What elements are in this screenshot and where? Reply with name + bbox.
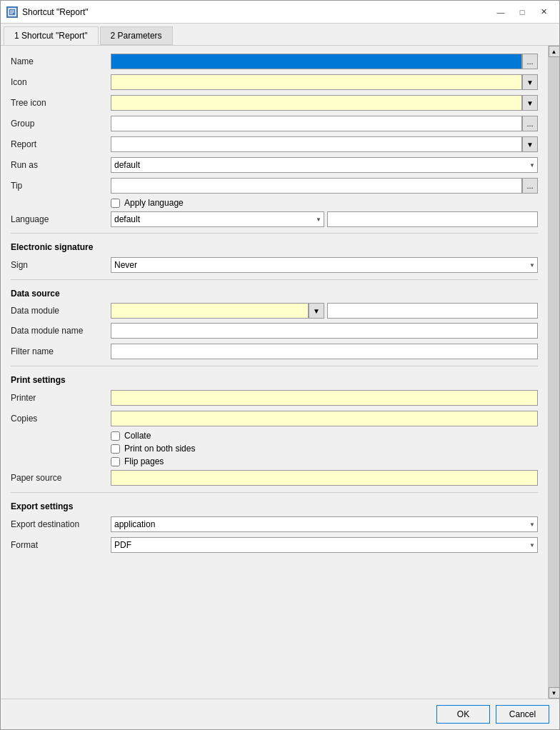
data-module-extra-input[interactable]	[327, 303, 538, 319]
collate-label: Collate	[124, 431, 151, 441]
paper-source-field	[111, 470, 538, 486]
flip-pages-checkbox[interactable]	[111, 457, 120, 466]
ok-button[interactable]: OK	[436, 705, 490, 724]
divider-3	[11, 366, 538, 366]
run-as-field: default user admin	[111, 157, 538, 173]
copies-input[interactable]: 1	[111, 411, 538, 426]
export-destination-field: application file email	[111, 516, 538, 532]
tip-label: Tip	[11, 181, 111, 191]
printer-row: Printer	[11, 389, 538, 406]
printer-input[interactable]	[111, 390, 538, 406]
close-button[interactable]: ✕	[534, 5, 554, 19]
name-input[interactable]: Report	[111, 54, 522, 69]
sign-row: Sign Never Always On export	[11, 256, 538, 274]
scrollbar: ▲ ▼	[548, 46, 559, 699]
data-module-dropdown-button[interactable]: ▼	[309, 303, 324, 319]
tab-parameters[interactable]: 2 Parameters	[100, 26, 173, 45]
apply-language-checkbox[interactable]	[111, 199, 120, 208]
tab-bar: 1 Shortcut "Report" 2 Parameters	[1, 24, 559, 46]
filter-name-field	[111, 344, 538, 359]
language-fields: default en de fr	[111, 211, 538, 227]
report-input[interactable]	[111, 136, 522, 152]
maximize-button[interactable]: □	[512, 5, 532, 19]
copies-label: Copies	[11, 414, 111, 424]
tree-icon-field: stdico*t00050 ▼	[111, 95, 538, 111]
divider-2	[11, 279, 538, 280]
export-settings-title: Export settings	[11, 501, 538, 511]
icon-row: Icon ui*element.amreport ▼	[11, 74, 538, 91]
title-controls: — □ ✕	[491, 5, 554, 19]
filter-name-row: Filter name	[11, 343, 538, 360]
format-field: PDF Excel Word HTML	[111, 537, 538, 553]
collate-checkbox[interactable]	[111, 431, 120, 441]
print-both-sides-label: Print on both sides	[124, 444, 195, 454]
run-as-select[interactable]: default user admin	[111, 157, 538, 173]
paper-source-row: Paper source	[11, 469, 538, 486]
data-module-name-input[interactable]	[111, 323, 538, 339]
language-select[interactable]: default en de fr	[111, 211, 324, 227]
content-area: Name Report ... Icon ui*element.amreport…	[1, 46, 559, 699]
print-both-sides-row: Print on both sides	[111, 444, 538, 454]
paper-source-input[interactable]	[111, 470, 538, 486]
tree-icon-input[interactable]: stdico*t00050	[111, 95, 522, 111]
form-area: Name Report ... Icon ui*element.amreport…	[1, 46, 548, 699]
icon-field: ui*element.amreport ▼	[111, 74, 538, 90]
data-module-name-row: Data module name	[11, 322, 538, 339]
format-row: Format PDF Excel Word HTML	[11, 536, 538, 554]
name-input-group: Report ...	[111, 54, 538, 69]
copies-row: Copies 1	[11, 410, 538, 427]
divider-1	[11, 233, 538, 234]
scroll-track[interactable]	[549, 57, 559, 687]
format-select[interactable]: PDF Excel Word HTML	[111, 537, 538, 553]
data-module-input[interactable]: 0	[111, 303, 309, 319]
minimize-button[interactable]: —	[491, 5, 511, 19]
scroll-down-arrow[interactable]: ▼	[549, 687, 560, 699]
export-destination-row: Export destination application file emai…	[11, 516, 538, 533]
print-both-sides-checkbox[interactable]	[111, 444, 120, 454]
data-module-name-field	[111, 323, 538, 339]
format-label: Format	[11, 540, 111, 550]
cancel-button[interactable]: Cancel	[496, 705, 549, 724]
group-label: Group	[11, 119, 111, 129]
data-module-fields: 0 ▼	[111, 303, 538, 319]
data-module-row: Data module 0 ▼	[11, 303, 538, 319]
sign-label: Sign	[11, 260, 111, 270]
group-ellipsis-button[interactable]: ...	[522, 116, 538, 131]
run-as-select-wrapper: default user admin	[111, 157, 538, 173]
run-as-label: Run as	[11, 160, 111, 170]
title-bar: Shortcut "Report" — □ ✕	[1, 1, 559, 24]
electronic-signature-title: Electronic signature	[11, 242, 538, 252]
run-as-row: Run as default user admin	[11, 156, 538, 174]
tree-icon-label: Tree icon	[11, 98, 111, 108]
tip-input[interactable]	[111, 178, 522, 194]
icon-input[interactable]: ui*element.amreport	[111, 74, 522, 90]
footer: OK Cancel	[1, 699, 559, 729]
tree-icon-row: Tree icon stdico*t00050 ▼	[11, 94, 538, 111]
language-select-wrapper: default en de fr	[111, 211, 324, 227]
name-ellipsis-button[interactable]: ...	[522, 54, 538, 69]
tip-field: ...	[111, 178, 538, 194]
filter-name-input[interactable]	[111, 344, 538, 359]
export-destination-select[interactable]: application file email	[111, 516, 538, 532]
language-extra-input[interactable]	[327, 211, 538, 227]
divider-4	[11, 492, 538, 493]
export-destination-select-wrapper: application file email	[111, 516, 538, 532]
tab-shortcut-report[interactable]: 1 Shortcut "Report"	[4, 26, 99, 45]
scroll-up-arrow[interactable]: ▲	[549, 46, 560, 57]
data-module-select-part: 0 ▼	[111, 303, 324, 319]
tip-ellipsis-button[interactable]: ...	[522, 178, 538, 194]
sign-select[interactable]: Never Always On export	[111, 257, 538, 273]
icon-dropdown-button[interactable]: ▼	[522, 74, 538, 90]
tip-row: Tip ...	[11, 177, 538, 194]
icon-input-group: ui*element.amreport ▼	[111, 74, 538, 90]
data-source-title: Data source	[11, 289, 538, 299]
group-input[interactable]	[111, 116, 522, 131]
tree-icon-dropdown-button[interactable]: ▼	[522, 95, 538, 111]
flip-pages-row: Flip pages	[111, 456, 538, 466]
paper-source-label: Paper source	[11, 473, 111, 483]
report-input-group: ▼	[111, 136, 538, 152]
group-input-group: ...	[111, 116, 538, 131]
report-dropdown-button[interactable]: ▼	[522, 136, 538, 152]
language-label: Language	[11, 214, 111, 224]
report-field: ▼	[111, 136, 538, 152]
